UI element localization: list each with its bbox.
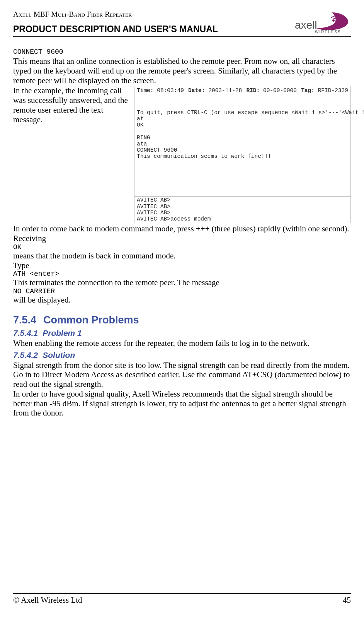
nocarrier-line: NO CARRIER	[13, 287, 351, 295]
paragraph-1: This means that an online connection is …	[13, 56, 351, 85]
paragraph-5: will be displayed.	[13, 295, 351, 305]
receiving-label: Receiving	[13, 234, 351, 243]
terminal-time: Time: 08:03:49	[137, 87, 184, 94]
example-caption: In the example, the incoming call was su…	[13, 86, 131, 223]
page-footer: © Axell Wireless Ltd 45	[13, 593, 351, 605]
heading-solution: 7.5.4.2Solution	[13, 351, 351, 360]
heading-common-problems: 7.5.4Common Problems	[13, 314, 351, 326]
doc-title: Axell MBF Muli-Band Fiber Repeater	[13, 10, 272, 19]
terminal-bottom: AVITEC AB> AVITEC AB> AVITEC AB> AVITEC …	[134, 196, 350, 223]
header-left: Axell MBF Muli-Band Fiber Repeater PRODU…	[13, 10, 272, 35]
paragraph-8: In order to have good signal quality, Ax…	[13, 389, 351, 418]
axell-logo-icon: axell WIRELESS	[295, 10, 351, 34]
copyright: © Axell Wireless Ltd	[13, 595, 82, 605]
subheading-title: Problem 1	[43, 328, 82, 337]
type-label: Type	[13, 261, 351, 270]
terminal-date: Date: 2003-11-28	[188, 87, 242, 94]
footer-rule	[13, 593, 351, 594]
terminal-rid: RID: 00-00-0000	[246, 87, 297, 94]
connect-line: CONNECT 9600	[13, 48, 351, 56]
terminal-content: To quit, press CTRL-C (or use escape seq…	[134, 95, 350, 196]
page-header: Axell MBF Muli-Band Fiber Repeater PRODU…	[13, 10, 351, 36]
ath-line: ATH <enter>	[13, 270, 351, 278]
svg-text:axell: axell	[295, 19, 317, 31]
paragraph-6: When enabling the remote access for the …	[13, 339, 351, 348]
paragraph-4: This terminates the connection to the re…	[13, 278, 351, 287]
example-terminal-wrap: Time: 08:03:49 Date: 2003-11-28 RID: 00-…	[134, 86, 351, 223]
example-row: In the example, the incoming call was su…	[13, 86, 351, 223]
terminal-topbar: Time: 08:03:49 Date: 2003-11-28 RID: 00-…	[134, 86, 350, 95]
paragraph-3: means that the modem is back in command …	[13, 251, 351, 261]
svg-text:WIRELESS: WIRELESS	[315, 30, 341, 34]
heading-number: 7.5.4	[13, 314, 36, 326]
svg-point-0	[332, 19, 335, 22]
brand-logo: axell WIRELESS	[295, 10, 351, 36]
subheading-number: 7.5.4.2	[13, 351, 38, 359]
ok-line: OK	[13, 243, 351, 251]
terminal-screenshot: Time: 08:03:49 Date: 2003-11-28 RID: 00-…	[134, 86, 351, 223]
page-number: 45	[343, 595, 351, 605]
header-right: axell WIRELESS	[272, 10, 351, 36]
heading-problem-1: 7.5.4.1Problem 1	[13, 328, 351, 338]
terminal-tag: Tag: RFID-2339	[301, 87, 348, 94]
subheading-title: Solution	[43, 351, 75, 359]
header-rule	[13, 36, 351, 37]
subheading-number: 7.5.4.1	[13, 328, 38, 337]
heading-title: Common Problems	[43, 314, 139, 326]
paragraph-2: In order to come back to modem command m…	[13, 224, 351, 234]
doc-subtitle: PRODUCT DESCRIPTION AND USER'S MANUAL	[13, 24, 272, 35]
paragraph-7: Signal strength from the donor site is t…	[13, 361, 351, 389]
